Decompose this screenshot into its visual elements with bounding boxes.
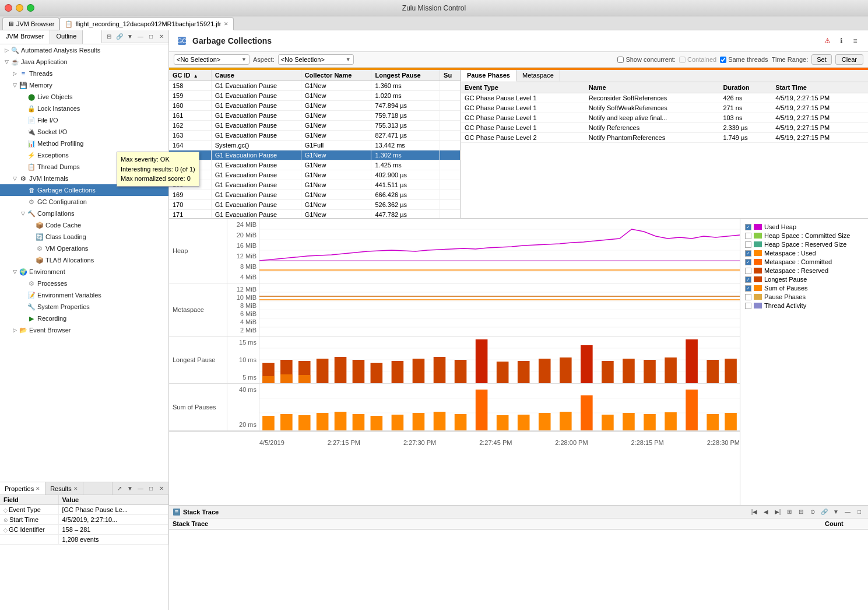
- heap-committed-checkbox[interactable]: [745, 233, 751, 239]
- meta-committed-checkbox[interactable]: [745, 259, 751, 265]
- used-heap-checkbox[interactable]: [745, 224, 751, 230]
- set-button[interactable]: Set: [811, 54, 832, 65]
- st-col-count[interactable]: Count: [821, 518, 868, 530]
- gc-table-row[interactable]: 170 G1 Evacuation Pause G1New 526.362 µs: [169, 200, 461, 210]
- gc-table-row[interactable]: 162 G1 Evacuation Pause G1New 755.313 µs: [169, 121, 461, 131]
- properties-tab-close[interactable]: ✕: [36, 486, 40, 492]
- tree-expand-method-profiling[interactable]: [19, 141, 27, 146]
- same-threads-input[interactable]: [720, 57, 726, 63]
- tree-item-env-vars[interactable]: 📝 Environment Variables: [0, 289, 168, 301]
- tree-item-code-cache[interactable]: 📦 Code Cache: [0, 219, 168, 231]
- side-panel-row[interactable]: GC Phase Pause Level 1 Notify SoftWeakRe…: [461, 103, 868, 113]
- results-tab-close[interactable]: ✕: [73, 486, 78, 492]
- aspect-dropdown[interactable]: <No Selection> ▼: [278, 54, 354, 65]
- gc-table-row[interactable]: 160 G1 Evacuation Pause G1New 747.894 µs: [169, 101, 461, 111]
- col-name[interactable]: Name: [585, 82, 720, 93]
- gc-table-row[interactable]: 161 G1 Evacuation Pause G1New 759.718 µs: [169, 111, 461, 121]
- gc-table-row[interactable]: 165 G1 Evacuation Pause G1New 1.302 ms: [169, 150, 461, 160]
- same-threads-checkbox[interactable]: Same threads: [720, 56, 768, 63]
- tree-expand-event-browser[interactable]: ▷: [10, 327, 19, 333]
- tree-expand-class-loading[interactable]: [27, 234, 35, 240]
- maximize-button[interactable]: [27, 4, 34, 12]
- settings-button[interactable]: ≡: [849, 35, 861, 47]
- meta-reserved-checkbox[interactable]: [745, 268, 751, 274]
- max-sidebar-button[interactable]: □: [146, 32, 156, 41]
- recording-tab[interactable]: 📋 flight_recording_12dacapo912MR1bachjar…: [59, 17, 233, 30]
- tree-expand-vm-ops[interactable]: [27, 246, 35, 251]
- outline-sidebar-tab[interactable]: Outline: [50, 30, 83, 44]
- recording-tab-close[interactable]: ✕: [224, 21, 229, 27]
- jvm-browser-sidebar-tab[interactable]: JVM Browser: [0, 30, 50, 44]
- gc-table-row[interactable]: 168 G1 Evacuation Pause G1New 441.511 µs: [169, 180, 461, 190]
- tree-item-socket-io[interactable]: 🔌 Socket I/O: [0, 126, 168, 138]
- prop-close-button[interactable]: ✕: [157, 484, 166, 493]
- gc-table-row[interactable]: 159 G1 Evacuation Pause G1New 1.020 ms: [169, 91, 461, 101]
- side-panel-row[interactable]: GC Phase Pause Level 1 Reconsider SoftRe…: [461, 93, 868, 103]
- side-panel-row[interactable]: GC Phase Pause Level 1 Notify References…: [461, 123, 868, 133]
- tree-expand-memory[interactable]: ▽: [10, 82, 19, 88]
- st-first-btn[interactable]: |◀: [749, 507, 760, 517]
- close-button[interactable]: [5, 4, 12, 12]
- tree-item-class-loading[interactable]: 🔄 Class Loading: [0, 231, 168, 243]
- tree-expand-thread-dumps[interactable]: [19, 164, 27, 170]
- col-duration[interactable]: Duration: [719, 82, 772, 93]
- min-sidebar-button[interactable]: —: [136, 32, 145, 41]
- st-col-trace[interactable]: Stack Trace: [169, 518, 821, 530]
- tree-expand-jvm-internals[interactable]: ▽: [10, 176, 19, 181]
- tree-expand-sys-props[interactable]: [19, 304, 27, 310]
- collapse-all-button[interactable]: ⊟: [104, 32, 114, 41]
- tree-item-gc-configuration[interactable]: ⚙ GC Configuration: [0, 196, 168, 208]
- contained-input[interactable]: [679, 57, 686, 63]
- col-start-time[interactable]: Start Time: [772, 82, 868, 93]
- tree-item-memory[interactable]: ▽ 💾 Memory: [0, 79, 168, 91]
- thread-activity-checkbox[interactable]: [745, 303, 751, 309]
- tree-item-lock-instances[interactable]: 🔒 Lock Instances: [0, 103, 168, 114]
- info-button[interactable]: ℹ: [835, 35, 847, 47]
- tree-expand-env-vars[interactable]: [19, 292, 27, 298]
- col-pause[interactable]: Longest Pause: [371, 70, 440, 81]
- heap-reserved-checkbox[interactable]: [745, 241, 751, 248]
- tree-item-processes[interactable]: ⚙ Processes: [0, 278, 168, 289]
- prop-max-button[interactable]: □: [146, 484, 156, 493]
- tree-item-automated[interactable]: ▷ 🔍 Automated Analysis Results: [0, 44, 168, 56]
- gc-table-row[interactable]: 166 G1 Evacuation Pause G1New 1.425 ms: [169, 160, 461, 170]
- show-concurrent-checkbox[interactable]: Show concurrent:: [617, 56, 676, 63]
- tree-item-compilations[interactable]: ▽ 🔨 Compilations: [0, 208, 168, 219]
- sum-pauses-checkbox[interactable]: [745, 285, 751, 292]
- st-filter-btn[interactable]: ⊙: [807, 507, 818, 517]
- tree-item-method-profiling[interactable]: 📊 Method Profiling: [0, 138, 168, 149]
- col-su[interactable]: Su: [440, 70, 461, 81]
- minimize-button[interactable]: [16, 4, 23, 12]
- tree-item-environment[interactable]: ▽ 🌍 Environment: [0, 266, 168, 278]
- tree-expand-socket-io[interactable]: [19, 129, 27, 135]
- prop-min-button[interactable]: —: [136, 484, 145, 493]
- side-panel-row[interactable]: GC Phase Pause Level 1 Notify and keep a…: [461, 113, 868, 123]
- tree-expand-threads[interactable]: ▷: [10, 71, 19, 76]
- tree-expand-tlab[interactable]: [27, 257, 35, 263]
- dropdown-button[interactable]: ▼: [125, 32, 135, 41]
- tree-item-recording[interactable]: ▶ Recording: [0, 313, 168, 324]
- gc-table-row[interactable]: 171 G1 Evacuation Pause G1New 447.782 µs: [169, 210, 461, 219]
- tree-expand-gc-config[interactable]: [19, 199, 27, 205]
- tree-item-sys-props[interactable]: 🔧 System Properties: [0, 301, 168, 313]
- metaspace-tab[interactable]: Metaspace: [516, 70, 560, 82]
- properties-tab[interactable]: Properties ✕: [0, 482, 45, 495]
- tree-item-vm-operations[interactable]: ⚙ VM Operations: [0, 243, 168, 254]
- link-button[interactable]: 🔗: [115, 32, 124, 41]
- tree-expand-garbage-collections[interactable]: [19, 187, 27, 193]
- tree-item-garbage-collections[interactable]: 🗑 Garbage Collections: [0, 184, 168, 196]
- side-panel-row[interactable]: GC Phase Pause Level 2 Notify PhantomRef…: [461, 133, 868, 143]
- tree-item-file-io[interactable]: 📄 File I/O: [0, 114, 168, 126]
- prop-export-button[interactable]: ↗: [115, 484, 124, 493]
- clear-button[interactable]: Clear: [835, 54, 863, 65]
- tree-expand-recording[interactable]: [19, 315, 27, 321]
- col-event-type[interactable]: Event Type: [461, 82, 585, 93]
- tree-item-jvm-internals[interactable]: ▽ ⚙ JVM Internals: [0, 173, 168, 184]
- st-expand-btn[interactable]: ⊞: [784, 507, 795, 517]
- tree-expand-processes[interactable]: [19, 281, 27, 286]
- close-sidebar-button[interactable]: ✕: [157, 32, 166, 41]
- st-min-btn[interactable]: —: [842, 507, 853, 517]
- tree-expand-lock-instances[interactable]: [19, 106, 27, 111]
- tree-item-tlab[interactable]: 📦 TLAB Allocations: [0, 254, 168, 266]
- st-collapse-btn[interactable]: ⊟: [796, 507, 806, 517]
